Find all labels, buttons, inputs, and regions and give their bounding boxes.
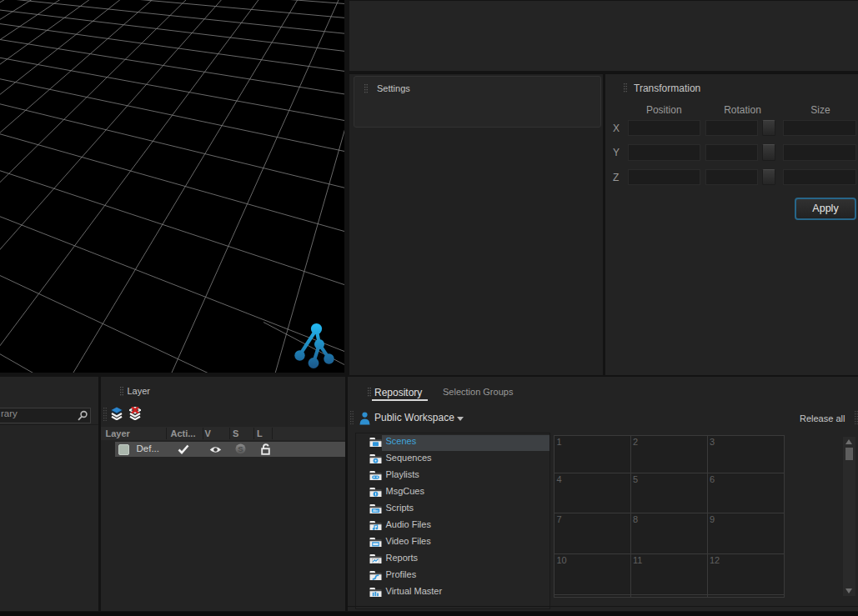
svg-text:Abc: Abc xyxy=(372,508,378,513)
svg-text:S: S xyxy=(238,444,243,453)
